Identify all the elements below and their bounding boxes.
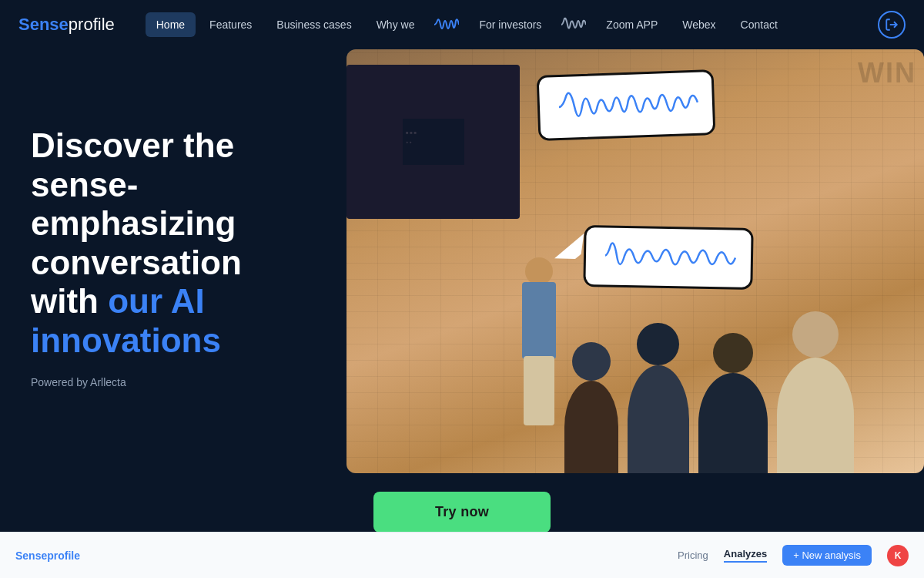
user-avatar[interactable]: K [887, 545, 909, 566]
audience-figures [549, 319, 925, 473]
presentation-scene: WIN ■ ■ ■ ● ● [346, 49, 924, 473]
try-now-button[interactable]: Try now [373, 492, 551, 533]
logo-sense: Sense [18, 15, 69, 34]
bottom-logo-profile: profile [47, 549, 80, 562]
login-button[interactable] [878, 11, 906, 39]
svg-text:● ●: ● ● [406, 139, 411, 144]
svg-text:■ ■ ■: ■ ■ ■ [406, 130, 417, 135]
speech-bubble-1 [536, 69, 715, 141]
bottom-analyzes-link[interactable]: Analyzes [724, 548, 767, 563]
new-analysis-button[interactable]: + New analysis [782, 545, 872, 566]
waveform-icon-right [555, 14, 592, 35]
navbar: Senseprofile Home Features Business case… [0, 0, 924, 49]
bottom-logo: Senseprofile [15, 549, 80, 562]
nav-features[interactable]: Features [199, 12, 263, 37]
logo[interactable]: Senseprofile [18, 15, 115, 35]
wall-text: WIN [858, 57, 916, 89]
nav-webex[interactable]: Webex [671, 12, 726, 37]
svg-rect-1 [403, 119, 464, 165]
speech-bubble-2 [583, 225, 753, 290]
bottom-pricing-link[interactable]: Pricing [678, 549, 708, 561]
hero-title: Discover thesense-emphasizingconversatio… [31, 126, 362, 361]
hero-subtitle: Powered by Arllecta [31, 376, 362, 388]
nav-business-cases[interactable]: Business cases [266, 12, 362, 37]
presentation-board: ■ ■ ■ ● ● [346, 65, 520, 219]
hero-image-container: WIN ■ ■ ■ ● ● [346, 49, 924, 473]
nav-links: Home Features Business cases Why we For … [146, 12, 878, 37]
hero-image: WIN ■ ■ ■ ● ● [362, 65, 893, 473]
waveform-icon-left [428, 14, 465, 35]
presenter-head [525, 257, 553, 285]
nav-for-investors[interactable]: For investors [468, 12, 552, 37]
hero-text: Discover thesense-emphasizingconversatio… [31, 65, 362, 388]
nav-zoom-app[interactable]: Zoom APP [595, 12, 668, 37]
hero-section: Discover thesense-emphasizingconversatio… [0, 49, 924, 473]
nav-contact[interactable]: Contact [730, 12, 788, 37]
nav-home[interactable]: Home [146, 12, 196, 37]
logo-profile: profile [69, 15, 115, 34]
bottom-logo-sense: Sense [15, 549, 47, 562]
nav-why-we[interactable]: Why we [366, 12, 426, 37]
bottom-preview-bar: Senseprofile Pricing Analyzes + New anal… [0, 532, 924, 578]
